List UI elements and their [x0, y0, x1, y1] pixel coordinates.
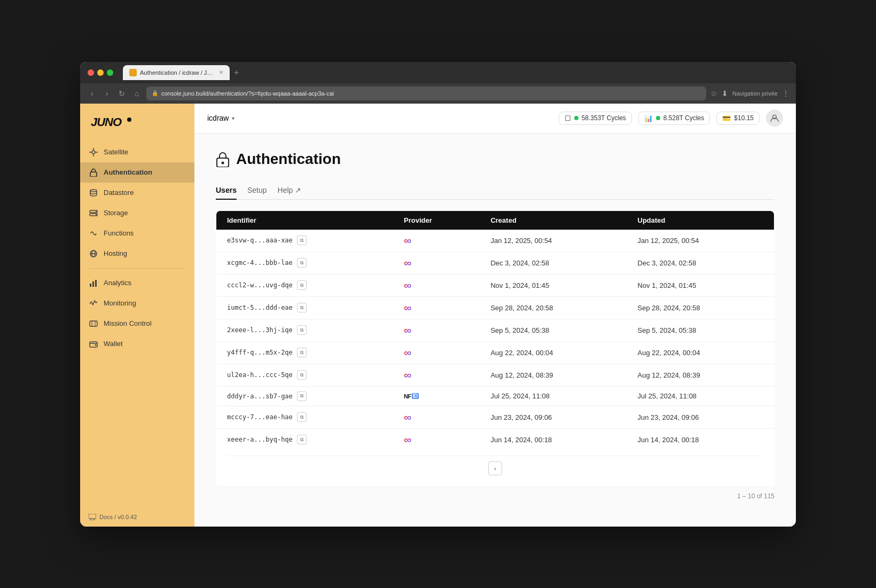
internet-identity-icon: ∞	[404, 234, 411, 247]
table-row[interactable]: cccl2-w...uvg-dqe ⧉ ∞Nov 1, 2024, 01:45N…	[216, 274, 775, 296]
internet-identity-icon: ∞	[404, 257, 411, 269]
provider-cell: ∞	[393, 364, 480, 386]
copy-id-button[interactable]: ⧉	[297, 258, 307, 268]
cycles-badge-1-value: 58.353T Cycles	[582, 114, 626, 122]
created-cell: Sep 28, 2024, 20:58	[480, 296, 627, 319]
identifier-cell: e3svw-q...aaa-xae ⧉	[216, 230, 394, 252]
sidebar-item-functions[interactable]: Functions	[80, 223, 194, 244]
copy-id-button[interactable]: ⧉	[297, 435, 307, 444]
copy-id-button[interactable]: ⧉	[297, 236, 307, 245]
new-tab-button[interactable]: +	[232, 68, 241, 77]
updated-cell: Jun 14, 2024, 00:18	[627, 428, 775, 451]
svg-point-11	[96, 211, 97, 212]
svg-rect-24	[89, 514, 96, 519]
cycles-badge-1[interactable]: ☐ 58.353T Cycles	[559, 112, 632, 125]
minimize-traffic-light[interactable]	[97, 69, 104, 76]
sidebar-label-wallet: Wallet	[104, 340, 123, 348]
copy-id-button[interactable]: ⧉	[297, 348, 307, 357]
page-title-row: Authentication	[216, 151, 775, 168]
tab-close-btn[interactable]: ✕	[219, 69, 223, 75]
table-row[interactable]: iumct-5...ddd-eae ⧉ ∞Sep 28, 2024, 20:58…	[216, 296, 775, 319]
close-traffic-light[interactable]	[88, 69, 94, 76]
storage-icon	[89, 208, 98, 218]
sidebar-item-mission-control[interactable]: Mission Control	[80, 313, 194, 334]
provider-cell: ∞	[393, 406, 480, 428]
sidebar-item-satellite[interactable]: Satellite	[80, 142, 194, 162]
project-chevron-icon: ▾	[232, 115, 234, 121]
lock-icon	[89, 168, 98, 177]
table-row[interactable]: ul2ea-h...ccc-5qe ⧉ ∞Aug 12, 2024, 08:39…	[216, 364, 775, 386]
identifier-cell: ul2ea-h...ccc-5qe ⧉	[216, 364, 394, 386]
copy-id-button[interactable]: ⧉	[297, 303, 307, 312]
wallet-badge-value: $10.15	[734, 114, 754, 122]
cycles-status-dot-1	[574, 116, 578, 120]
browser-actions: ☆ ⬇ Navigation privée ⋮	[710, 89, 789, 98]
address-bar[interactable]: 🔒 console.juno.build/authentication/?s=f…	[146, 87, 706, 100]
identifier-text: y4fff-q...m5x-2qe	[227, 349, 293, 356]
table-row[interactable]: 2xeee-l...3hj-iqe ⧉ ∞Sep 5, 2024, 05:38S…	[216, 319, 775, 341]
sidebar-label-authentication: Authentication	[104, 168, 152, 176]
identifier-text: xeeer-a...byq-hqe	[227, 436, 293, 443]
copy-id-button[interactable]: ⧉	[297, 391, 307, 401]
bookmark-button[interactable]: ☆	[710, 89, 717, 98]
header-right: ☐ 58.353T Cycles 📊 8.528T Cycles 💳 $10.1…	[559, 109, 783, 127]
tab-setup[interactable]: Setup	[247, 183, 267, 200]
copy-id-button[interactable]: ⧉	[297, 412, 307, 422]
identifier-cell: y4fff-q...m5x-2qe ⧉	[216, 341, 394, 364]
top-header: icdraw ▾ ☐ 58.353T Cycles 📊 8.528T Cycle…	[194, 104, 796, 134]
cycles-badge-2[interactable]: 📊 8.528T Cycles	[638, 112, 710, 125]
internet-identity-icon: ∞	[404, 369, 411, 381]
hosting-icon	[89, 249, 98, 258]
forward-button[interactable]: ›	[101, 89, 112, 98]
table-row[interactable]: dddyr-a...sb7-gae ⧉ NFIDJul 25, 2024, 11…	[216, 386, 775, 406]
table-row[interactable]: mcccy-7...eae-hae ⧉ ∞Jun 23, 2024, 09:06…	[216, 406, 775, 428]
download-button[interactable]: ⬇	[722, 89, 728, 98]
updated-cell: Sep 28, 2024, 20:58	[627, 296, 775, 319]
menu-button[interactable]: ⋮	[782, 89, 789, 98]
functions-icon	[89, 229, 98, 238]
svg-text:JUNO: JUNO	[91, 115, 122, 129]
maximize-traffic-light[interactable]	[107, 69, 113, 76]
table-row[interactable]: y4fff-q...m5x-2qe ⧉ ∞Aug 22, 2024, 00:04…	[216, 341, 775, 364]
refresh-button[interactable]: ↻	[116, 89, 127, 98]
svg-point-23	[95, 344, 97, 346]
mission-control-icon	[89, 319, 98, 328]
browser-controls: ‹ › ↻ ⌂ 🔒 console.juno.build/authenticat…	[80, 83, 796, 104]
copy-id-button[interactable]: ⧉	[297, 370, 307, 380]
tab-help[interactable]: Help ↗	[278, 183, 302, 200]
identifier-cell: mcccy-7...eae-hae ⧉	[216, 406, 394, 428]
table-row[interactable]: xeeer-a...byq-hqe ⧉ ∞Jun 14, 2024, 00:18…	[216, 428, 775, 451]
sidebar-label-mission-control: Mission Control	[104, 319, 152, 327]
copy-id-button[interactable]: ⧉	[297, 280, 307, 290]
sidebar-item-monitoring[interactable]: Monitoring	[80, 293, 194, 313]
project-selector[interactable]: icdraw ▾	[207, 114, 234, 122]
sidebar-item-storage[interactable]: Storage	[80, 203, 194, 223]
sidebar-label-functions: Functions	[104, 229, 134, 237]
provider-cell: ∞	[393, 341, 480, 364]
private-mode-button[interactable]: Navigation privée	[732, 90, 778, 97]
created-cell: Jun 23, 2024, 09:06	[480, 406, 627, 428]
back-button[interactable]: ‹	[87, 89, 97, 98]
active-tab[interactable]: Authentication / icdraw / Jun... ✕	[123, 65, 230, 80]
home-button[interactable]: ⌂	[131, 89, 142, 98]
sidebar-item-hosting[interactable]: Hosting	[80, 244, 194, 264]
avatar-button[interactable]	[766, 109, 783, 127]
sidebar-item-datastore[interactable]: Datastore	[80, 183, 194, 203]
sidebar-item-wallet[interactable]: Wallet	[80, 334, 194, 354]
table-row[interactable]: e3svw-q...aaa-xae ⧉ ∞Jan 12, 2025, 00:54…	[216, 230, 775, 252]
copy-id-button[interactable]: ⧉	[297, 325, 307, 335]
wallet-badge[interactable]: 💳 $10.15	[716, 112, 760, 125]
sidebar-item-analytics[interactable]: Analytics	[80, 273, 194, 293]
created-cell: Dec 3, 2024, 02:58	[480, 252, 627, 274]
sidebar-item-authentication[interactable]: Authentication	[80, 162, 194, 183]
svg-rect-16	[90, 284, 91, 287]
table-row[interactable]: xcgmc-4...bbb-lae ⧉ ∞Dec 3, 2024, 02:58D…	[216, 252, 775, 274]
created-cell: Jun 14, 2024, 00:18	[480, 428, 627, 451]
created-cell: Sep 5, 2024, 05:38	[480, 319, 627, 341]
satellite-icon	[89, 147, 98, 157]
nfid-provider-badge: NFID	[404, 393, 419, 399]
updated-cell: Jun 23, 2024, 09:06	[627, 406, 775, 428]
identifier-cell: 2xeee-l...3hj-iqe ⧉	[216, 319, 394, 341]
next-page-button[interactable]: ›	[488, 461, 502, 475]
tab-users[interactable]: Users	[216, 183, 237, 200]
